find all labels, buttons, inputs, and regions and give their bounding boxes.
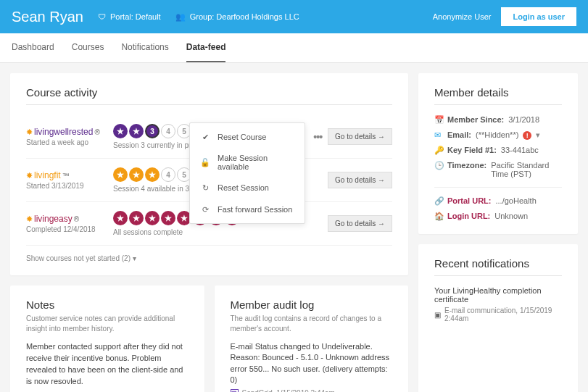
tab-notifications[interactable]: Notifications (121, 33, 168, 62)
course-more-button[interactable]: ••• (313, 131, 322, 143)
course-actions-menu: ✔ Reset Course 🔓 Make Session available … (189, 122, 305, 224)
go-to-details-button[interactable]: Go to details → (328, 128, 392, 145)
chevron-down-icon[interactable]: ▾ (536, 130, 540, 140)
recent-notifications-card: Recent notifications Your LivingHealthy … (418, 244, 578, 392)
member-details-card: Member details 📅Member Since: 3/1/2018 ✉… (418, 73, 578, 234)
user-name: Sean Ryan (12, 9, 83, 25)
group-icon: 👥 (175, 12, 186, 22)
notes-title: Notes (26, 299, 189, 311)
unlock-icon: 🔓 (200, 157, 210, 167)
menu-reset-session[interactable]: ↻ Reset Session (190, 177, 305, 199)
course-activity-card: Course activity ✸livingwellrested® Start… (10, 73, 408, 275)
page-header: Sean Ryan 🛡 Portal: Default 👥 Group: Dea… (0, 0, 588, 33)
audit-item: E-mail Status changed to Undeliverable. … (231, 341, 393, 392)
tab-dashboard[interactable]: Dashboard (12, 33, 54, 62)
mail-icon: ✉ (434, 130, 443, 140)
show-courses-toggle[interactable]: Show courses not yet started (2) ▾ (26, 254, 392, 262)
course-activity-title: Course activity (26, 86, 392, 105)
mail-square-icon: ▣ (434, 311, 441, 319)
menu-make-session-available[interactable]: 🔓 Make Session available (190, 148, 305, 177)
link-icon: 🔗 (434, 196, 443, 206)
sunburst-icon: ✸ (26, 214, 33, 224)
go-to-details-button[interactable]: Go to details → (328, 215, 392, 232)
tab-courses[interactable]: Courses (72, 33, 104, 62)
audit-log-card: Member audit log The audit log contains … (215, 285, 409, 392)
notes-card: Notes Customer service notes can provide… (10, 285, 204, 392)
clock-icon: 🕒 (434, 161, 443, 170)
go-to-details-button[interactable]: Go to details → (328, 172, 392, 188)
home-icon: 🏠 (434, 212, 443, 221)
refresh-dotted-icon: ⟳ (200, 204, 210, 214)
key-icon: 🔑 (434, 146, 443, 155)
course-row: ✸livingwellrested® Started a week ago 3 … (26, 115, 392, 159)
menu-fast-forward-session[interactable]: ⟳ Fast forward Session (190, 199, 305, 220)
header-left: Sean Ryan 🛡 Portal: Default 👥 Group: Dea… (12, 9, 299, 25)
calendar-icon: 📅 (434, 115, 443, 125)
main-tabs: Dashboard Courses Notifications Data-fee… (0, 33, 588, 63)
group-selector[interactable]: 👥 Group: Dearfood Holdings LLC (175, 12, 299, 22)
anonymize-link[interactable]: Anonymize User (433, 12, 492, 21)
header-right: Anonymize User Login as user (433, 7, 576, 26)
shield-icon: 🛡 (98, 12, 106, 21)
alert-icon: ! (523, 131, 531, 140)
tab-data-feed[interactable]: Data-feed (186, 33, 226, 62)
login-as-user-button[interactable]: Login as user (501, 7, 576, 26)
check-circle-icon: ✔ (200, 132, 210, 142)
recent-notifs-title: Recent notifications (434, 257, 562, 276)
menu-reset-course[interactable]: ✔ Reset Course (190, 126, 305, 148)
member-details-title: Member details (434, 86, 562, 105)
portal-selector[interactable]: 🛡 Portal: Default (98, 12, 161, 21)
audit-title: Member audit log (231, 299, 393, 311)
sunburst-icon: ✸ (26, 171, 33, 180)
refresh-icon: ↻ (200, 183, 210, 193)
sunburst-icon: ✸ (26, 128, 33, 137)
system-icon: ▣ (231, 389, 239, 392)
note-body: Member contacted support after they did … (26, 341, 189, 388)
notification-item: Your LivingHealthy completion certificat… (434, 286, 562, 304)
